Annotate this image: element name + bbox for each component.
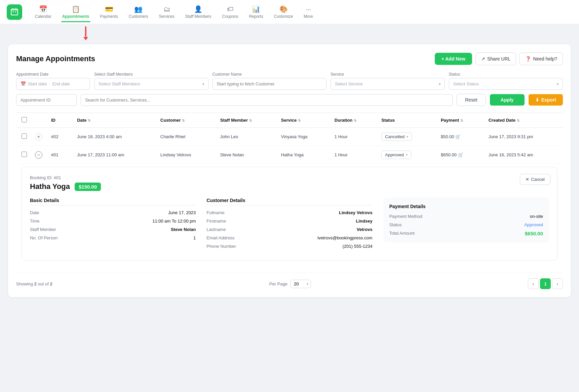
cell-service-02: Vinyasa Yoga [276,128,329,146]
date-range-input[interactable]: 📅 Start date - End date [16,78,90,90]
collapse-row-01[interactable]: − [35,151,42,159]
more-icon: ··· [306,5,311,13]
row-checkbox-02[interactable] [22,133,27,139]
payment-details-title: Payment Details [389,204,543,209]
cell-payment-01: $650.00 🛒 [435,146,483,164]
search-input[interactable] [81,94,453,106]
time-key: Time [30,219,39,224]
per-page-select[interactable]: 20 50 100 [290,280,311,288]
table-row: + #02 June 18, 2023 4:00 am Charlie Rhie… [16,128,563,146]
nav-item-coupons[interactable]: 🏷 Coupons [218,3,243,22]
detail-panel: Booking ID: #01 Hatha Yoga $150.00 ✕ Can… [22,167,557,261]
nav-item-appointments[interactable]: 📋 Appointments [57,2,94,22]
date-key: Date [30,210,39,215]
cell-date-01: June 17, 2023 11:00 am [72,146,155,164]
col-service[interactable]: Service ⇅ [276,113,329,128]
detail-phone-row: Phone Number (201) 555-1234 [206,244,372,249]
nav-item-calendar[interactable]: 📅 Calendar [30,2,56,22]
fullname-value: Lindsey Vetrovs [339,210,373,215]
services-icon: 🗂 [163,5,170,13]
cell-status-01: Approved ▾ [376,146,435,164]
date-filter: Appointment Date 📅 Start date - End date [16,72,90,90]
per-page-control: Per Page 20 50 100 ▾ [269,280,311,288]
nav-item-reports[interactable]: 📊 Reports [244,2,268,22]
pagination-bar: Showing 2 out of 2 Per Page 20 50 100 ▾ … [16,273,563,289]
cell-service-01: Hatha Yoga [276,146,329,164]
detail-email-row: Email Address lvetrovs@bookingpress.com [206,235,372,240]
cell-staff-01: Steve Nolan [215,146,276,164]
appointment-id-input[interactable] [16,94,77,106]
booking-title-row: Hatha Yoga $150.00 [30,182,549,191]
payment-method-value: on-site [530,214,543,219]
cell-id-01: #01 [46,146,72,164]
prev-page-button[interactable]: ‹ [528,278,539,289]
reports-icon: 📊 [252,5,260,13]
nav-item-payments[interactable]: 💳 Payments [95,2,122,22]
basic-details-section: Basic Details Date June 17, 2023 Time 11… [30,198,196,252]
service-select[interactable]: Select Service [331,78,445,90]
detail-lastname-row: Lastname Vetrovs [206,227,372,232]
svg-rect-3 [15,11,16,12]
email-key: Email Address [206,235,234,240]
customer-filter: Customer Name [213,72,327,90]
booking-service-name: Hatha Yoga [30,182,70,191]
service-select-wrapper: Select Service ▾ [331,78,445,90]
cancel-booking-button[interactable]: ✕ Cancel [520,174,550,185]
col-date[interactable]: Date ⇅ [72,113,155,128]
status-badge-cancelled[interactable]: Cancelled ▾ [381,132,412,141]
status-filter: Status Select Status ▾ [449,72,563,90]
detail-row: Booking ID: #01 Hatha Yoga $150.00 ✕ Can… [16,164,563,266]
customer-input[interactable] [213,78,327,90]
persons-key: No. Of Person [30,235,57,240]
col-duration[interactable]: Duration ⇅ [329,113,376,128]
pagination-nav: ‹ 1 › [528,278,563,289]
cell-status-02: Cancelled ▾ [376,128,435,146]
next-page-button[interactable]: › [552,278,563,289]
customers-icon: 👥 [134,5,143,13]
cell-created-02: June 17, 2023 9:31 pm [483,128,563,146]
nav-item-more[interactable]: ··· More [299,3,317,22]
cart-icon-2: 🛒 [458,152,463,157]
top-nav: 📅 Calendar 📋 Appointments 💳 Payments 👥 C… [0,0,579,24]
nav-item-staff-members[interactable]: 👤 Staff Members [181,2,216,22]
nav-item-services[interactable]: 🗂 Services [154,3,179,22]
reset-button[interactable]: Reset [457,94,486,106]
add-new-button[interactable]: + Add New [435,53,472,65]
col-payment[interactable]: Payment ⇅ [435,113,483,128]
svg-rect-1 [11,9,18,10]
cell-customer-02: Charlie Rhiel [155,128,215,146]
price-badge: $150.00 [75,183,101,191]
row-checkbox-01[interactable] [22,152,27,157]
nav-item-customize[interactable]: 🎨 Customize [269,2,298,22]
status-select[interactable]: Select Status [449,78,563,90]
firstname-value: Lindsey [356,219,373,224]
apply-button[interactable]: Apply [490,94,525,106]
col-id: ID [46,113,72,128]
staff-value: Steve Nolan [171,227,196,232]
firstname-key: Firstname [206,219,226,224]
detail-firstname-row: Firstname Lindsey [206,219,372,224]
svg-rect-2 [13,11,14,12]
select-all-checkbox[interactable] [22,117,27,122]
expand-row-02[interactable]: + [35,133,42,141]
payment-total-key: Total Amount [389,231,415,236]
cell-customer-01: Lindsey Vetrovs [155,146,215,164]
status-filter-label: Status [449,72,563,77]
coupons-icon: 🏷 [227,5,234,13]
col-customer[interactable]: Customer ⇅ [155,113,215,128]
help-button[interactable]: ❓ Need help? [519,52,563,65]
status-badge-approved[interactable]: Approved ▾ [381,151,411,159]
col-created-date[interactable]: Created Date ⇅ [483,113,563,128]
lastname-key: Lastname [206,227,226,232]
share-url-button[interactable]: ↗ Share URL [475,52,516,65]
phone-key: Phone Number [206,244,236,249]
col-staff-member[interactable]: Staff Member ⇅ [215,113,276,128]
page-1-button[interactable]: 1 [540,278,551,289]
nav-item-customers[interactable]: 👥 Customers [124,2,153,22]
time-value: 11:00 am To 12:00 pm [152,219,196,224]
staff-select[interactable]: Select Staff Members [94,78,208,90]
appointments-icon: 📋 [72,5,80,13]
export-button[interactable]: ⬇ Export [529,94,563,106]
service-filter: Service Select Service ▾ [331,72,445,90]
calendar-filter-icon: 📅 [21,81,26,86]
